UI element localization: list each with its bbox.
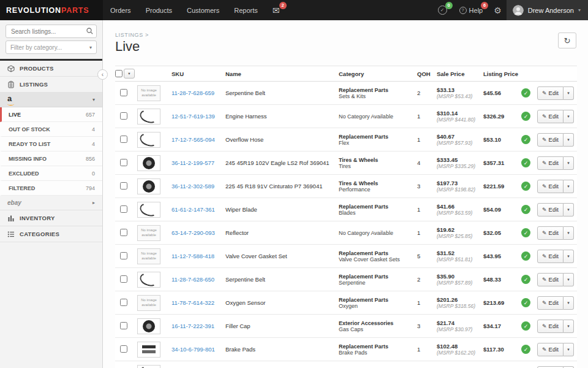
sku-link[interactable]: 61-61-2-147-361 bbox=[172, 206, 215, 213]
sidebar-filter-out-of-stock[interactable]: OUT OF STOCK 4 bbox=[0, 122, 102, 137]
row-checkbox[interactable] bbox=[120, 345, 127, 353]
nav-orders[interactable]: Orders bbox=[103, 0, 138, 20]
sku-link[interactable]: 17-12-7-565-094 bbox=[172, 136, 215, 143]
col-header-sale-price[interactable]: Sale Price bbox=[437, 71, 483, 77]
status-indicator[interactable]: ✓ 0 bbox=[432, 0, 453, 20]
row-checkbox[interactable] bbox=[120, 89, 127, 96]
settings-gear-icon[interactable]: ⚙ bbox=[489, 6, 507, 15]
nav-products[interactable]: Products bbox=[138, 0, 179, 20]
edit-dropdown-button[interactable]: ▾ bbox=[564, 133, 574, 147]
category-main: No Category Available bbox=[339, 230, 417, 236]
sidebar-filter-filtered[interactable]: FILTERED 794 bbox=[0, 181, 102, 196]
edit-button[interactable]: ✎Edit bbox=[537, 343, 564, 356]
edit-label: Edit bbox=[549, 253, 559, 259]
edit-dropdown-button[interactable]: ▾ bbox=[564, 296, 574, 310]
edit-dropdown-button[interactable]: ▾ bbox=[564, 110, 574, 123]
sku-link[interactable]: 11-28-7-628-659 bbox=[172, 90, 214, 96]
edit-button[interactable]: ✎Edit bbox=[537, 203, 564, 217]
breadcrumb[interactable]: LISTINGS > bbox=[115, 32, 149, 38]
edit-button[interactable]: ✎Edit bbox=[537, 273, 564, 286]
row-checkbox[interactable] bbox=[120, 182, 127, 190]
sku-link[interactable]: 11-12-7-588-418 bbox=[172, 253, 214, 259]
sku-link[interactable]: 34-10-6-799-801 bbox=[172, 346, 215, 353]
edit-button[interactable]: ✎Edit bbox=[537, 296, 564, 310]
edit-button[interactable]: ✎Edit bbox=[537, 180, 564, 193]
row-checkbox[interactable] bbox=[120, 159, 127, 166]
row-checkbox[interactable] bbox=[120, 275, 127, 283]
row-checkbox[interactable] bbox=[120, 136, 127, 143]
edit-label: Edit bbox=[549, 346, 559, 353]
sidebar-item-products[interactable]: PRODUCTS bbox=[0, 61, 102, 77]
page-title: Live bbox=[115, 39, 140, 55]
search-input[interactable] bbox=[6, 25, 97, 38]
collapse-sidebar-button[interactable]: ‹ bbox=[97, 69, 108, 80]
sidebar-item-listings[interactable]: LISTINGS bbox=[0, 77, 102, 93]
col-header-category[interactable]: Category bbox=[339, 71, 417, 77]
row-checkbox[interactable] bbox=[120, 112, 127, 120]
sidebar-item-ebay[interactable]: ebay ▸ bbox=[0, 196, 102, 210]
edit-dropdown-button[interactable]: ▾ bbox=[564, 250, 574, 263]
table-row: 34-10-6-799-801 Brake Pads Replacement P… bbox=[115, 338, 577, 361]
sale-price: $21.74 bbox=[437, 320, 483, 326]
col-header-listing-price[interactable]: Listing Price bbox=[483, 71, 521, 77]
help-menu[interactable]: ? Help 6 bbox=[453, 0, 489, 20]
table-row: No image available 11-28-7-628-659 Serpe… bbox=[115, 82, 577, 105]
logo[interactable]: REVOLUTIONPARTS bbox=[0, 0, 103, 20]
sale-price: $19.62 bbox=[437, 226, 483, 233]
edit-dropdown-button[interactable]: ▾ bbox=[564, 366, 574, 368]
bulk-actions-dropdown[interactable]: ▾ bbox=[124, 69, 135, 79]
col-header-qoh[interactable]: QOH bbox=[417, 71, 437, 77]
sidebar-filter-missing-info[interactable]: MISSING INFO 856 bbox=[0, 151, 102, 166]
edit-button[interactable]: ✎Edit bbox=[537, 86, 564, 100]
category-main: Replacement Parts bbox=[339, 134, 417, 140]
edit-label: Edit bbox=[549, 276, 559, 283]
user-menu[interactable]: Drew Anderson ▾ bbox=[507, 0, 588, 20]
edit-dropdown-button[interactable]: ▾ bbox=[564, 226, 574, 240]
sku-link[interactable]: 12-51-7-619-139 bbox=[172, 113, 215, 120]
row-checkbox[interactable] bbox=[120, 205, 127, 213]
sku-link[interactable]: 36-11-2-302-589 bbox=[172, 183, 214, 190]
edit-button[interactable]: ✎Edit bbox=[537, 156, 564, 170]
row-checkbox[interactable] bbox=[120, 252, 127, 259]
edit-dropdown-button[interactable]: ▾ bbox=[564, 86, 574, 100]
edit-button[interactable]: ✎Edit bbox=[537, 110, 564, 123]
edit-dropdown-button[interactable]: ▾ bbox=[564, 343, 574, 356]
nav-customers[interactable]: Customers bbox=[179, 0, 227, 20]
edit-dropdown-button[interactable]: ▾ bbox=[564, 180, 574, 193]
sidebar-filter-excluded[interactable]: EXCLUDED 0 bbox=[0, 166, 102, 181]
part-image bbox=[137, 109, 160, 125]
sidebar-filter-ready-to-list[interactable]: READY TO LIST 4 bbox=[0, 137, 102, 151]
edit-dropdown-button[interactable]: ▾ bbox=[564, 273, 574, 286]
sidebar-item-categories[interactable]: CATEGORIES bbox=[0, 226, 102, 242]
edit-button[interactable]: ✎Edit bbox=[537, 320, 564, 333]
row-checkbox[interactable] bbox=[120, 322, 127, 329]
refresh-button[interactable]: ↻ bbox=[558, 33, 576, 48]
sidebar-item-inventory[interactable]: INVENTORY bbox=[0, 210, 102, 226]
part-image bbox=[137, 272, 160, 288]
sidebar-filter-live[interactable]: LIVE 657 bbox=[0, 107, 102, 122]
edit-button[interactable]: ✎Edit bbox=[537, 366, 564, 368]
part-name: Filler Cap bbox=[225, 323, 339, 329]
marketplace-selector[interactable]: a ▾ bbox=[0, 93, 102, 107]
sku-link[interactable]: 16-11-7-222-391 bbox=[172, 323, 214, 329]
sku-link[interactable]: 36-11-2-199-577 bbox=[172, 159, 214, 166]
edit-dropdown-button[interactable]: ▾ bbox=[564, 156, 574, 170]
sku-link[interactable]: 11-78-7-614-322 bbox=[172, 299, 214, 306]
qoh-value: 1 bbox=[417, 136, 437, 143]
row-checkbox[interactable] bbox=[120, 229, 127, 236]
breadcrumb-listings[interactable]: LISTINGS bbox=[115, 32, 143, 38]
row-checkbox[interactable] bbox=[120, 299, 127, 306]
nav-messages[interactable]: ✉ 2 bbox=[265, 0, 287, 20]
sku-link[interactable]: 63-14-7-290-093 bbox=[172, 229, 215, 236]
sku-link[interactable]: 11-28-7-628-650 bbox=[172, 276, 214, 283]
select-all-checkbox[interactable] bbox=[115, 70, 123, 77]
col-header-name[interactable]: Name bbox=[225, 71, 339, 77]
nav-reports[interactable]: Reports bbox=[227, 0, 265, 20]
col-header-sku[interactable]: SKU bbox=[172, 71, 225, 77]
edit-dropdown-button[interactable]: ▾ bbox=[564, 203, 574, 217]
edit-button[interactable]: ✎Edit bbox=[537, 133, 564, 147]
edit-dropdown-button[interactable]: ▾ bbox=[564, 320, 574, 333]
edit-button[interactable]: ✎Edit bbox=[537, 250, 564, 263]
category-filter-select[interactable]: Filter by category... ▾ bbox=[6, 40, 97, 54]
edit-button[interactable]: ✎Edit bbox=[537, 226, 564, 240]
